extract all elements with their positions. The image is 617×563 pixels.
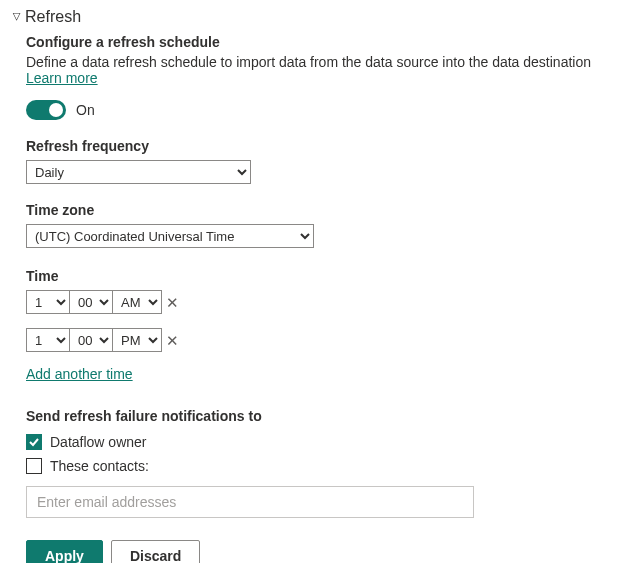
time-minute-select[interactable]: 00 bbox=[69, 290, 113, 314]
toggle-state-label: On bbox=[76, 102, 95, 118]
time-ampm-select[interactable]: PM bbox=[112, 328, 162, 352]
timezone-label: Time zone bbox=[26, 202, 605, 218]
checkmark-icon bbox=[28, 436, 40, 448]
contacts-row: These contacts: bbox=[26, 458, 605, 474]
time-hour-select[interactable]: 1 bbox=[26, 328, 70, 352]
discard-button[interactable]: Discard bbox=[111, 540, 200, 563]
contacts-checkbox[interactable] bbox=[26, 458, 42, 474]
description-text: Define a data refresh schedule to import… bbox=[26, 54, 591, 70]
frequency-label: Refresh frequency bbox=[26, 138, 605, 154]
toggle-thumb bbox=[49, 103, 63, 117]
dataflow-owner-label: Dataflow owner bbox=[50, 434, 147, 450]
time-ampm-select[interactable]: AM bbox=[112, 290, 162, 314]
email-input[interactable] bbox=[26, 486, 474, 518]
section-header[interactable]: ▷ Refresh bbox=[12, 8, 605, 26]
schedule-toggle-row: On bbox=[26, 100, 605, 120]
remove-time-icon[interactable]: ✕ bbox=[161, 333, 184, 348]
apply-button[interactable]: Apply bbox=[26, 540, 103, 563]
schedule-description: Define a data refresh schedule to import… bbox=[26, 54, 605, 86]
learn-more-link[interactable]: Learn more bbox=[26, 70, 98, 86]
section-title: Refresh bbox=[25, 8, 81, 26]
frequency-select[interactable]: Daily bbox=[26, 160, 251, 184]
button-row: Apply Discard bbox=[26, 540, 605, 563]
schedule-subheading: Configure a refresh schedule bbox=[26, 34, 605, 50]
time-label: Time bbox=[26, 268, 605, 284]
contacts-label: These contacts: bbox=[50, 458, 149, 474]
collapse-caret-icon: ▷ bbox=[12, 12, 23, 22]
section-content: Configure a refresh schedule Define a da… bbox=[12, 34, 605, 563]
dataflow-owner-checkbox[interactable] bbox=[26, 434, 42, 450]
time-hour-select[interactable]: 1 bbox=[26, 290, 70, 314]
time-row: 1 00 PM ✕ bbox=[26, 328, 605, 352]
timezone-select[interactable]: (UTC) Coordinated Universal Time bbox=[26, 224, 314, 248]
dataflow-owner-row: Dataflow owner bbox=[26, 434, 605, 450]
schedule-toggle[interactable] bbox=[26, 100, 66, 120]
time-minute-select[interactable]: 00 bbox=[69, 328, 113, 352]
notifications-heading: Send refresh failure notifications to bbox=[26, 408, 605, 424]
time-row: 1 00 AM ✕ bbox=[26, 290, 605, 314]
add-time-link[interactable]: Add another time bbox=[26, 366, 133, 382]
remove-time-icon[interactable]: ✕ bbox=[161, 295, 184, 310]
